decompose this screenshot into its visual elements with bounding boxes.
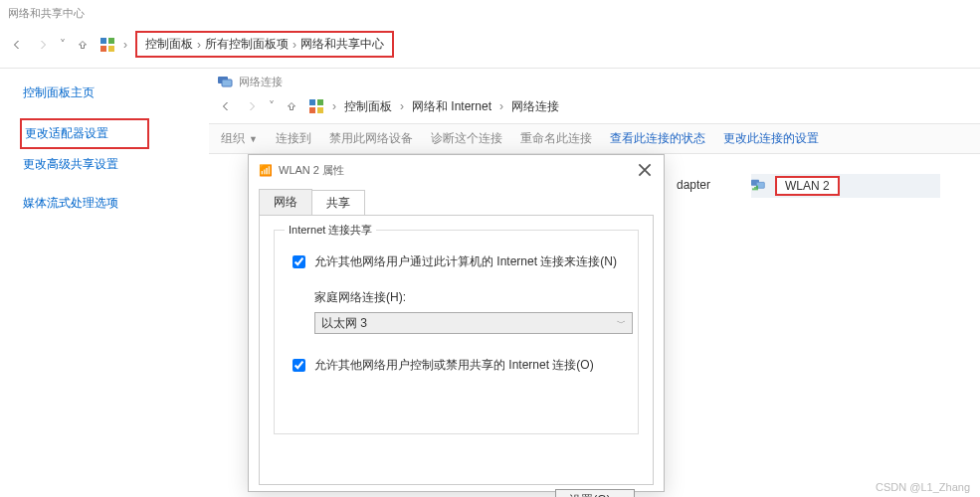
svg-rect-1 — [108, 38, 114, 44]
recent-chevron-icon[interactable]: ˅ — [60, 38, 66, 52]
svg-rect-6 — [309, 99, 315, 105]
ics-group: Internet 连接共享 允许其他网络用户通过此计算机的 Internet 连… — [274, 230, 639, 434]
toolbar-connect[interactable]: 连接到 — [276, 130, 311, 147]
control-panel-icon — [308, 98, 324, 114]
allow-control-label: 允许其他网络用户控制或禁用共享的 Internet 连接(O) — [314, 357, 594, 374]
back-button[interactable] — [8, 36, 26, 54]
connection-item-wlan2[interactable]: WLAN 2 — [751, 174, 940, 198]
chevron-right-icon: › — [293, 38, 296, 52]
inner-breadcrumb-segment[interactable]: 控制面板 — [344, 98, 392, 115]
sidebar-item-home[interactable]: 控制面板主页 — [20, 80, 149, 106]
allow-connect-row: 允许其他网络用户通过此计算机的 Internet 连接来连接(N) — [289, 252, 624, 271]
inner-window-title: 网络连接 — [239, 75, 283, 89]
up-button[interactable] — [74, 36, 92, 54]
home-connection-select[interactable]: 以太网 3 ﹀ — [314, 312, 633, 334]
inner-breadcrumb-segment[interactable]: 网络和 Internet — [412, 98, 491, 115]
toolbar-disable[interactable]: 禁用此网络设备 — [329, 130, 413, 147]
main-nav-row: ˅ › 控制面板 › 所有控制面板项 › 网络和共享中心 — [0, 27, 980, 69]
allow-control-row: 允许其他网络用户控制或禁用共享的 Internet 连接(O) — [289, 356, 624, 375]
close-button[interactable] — [636, 161, 654, 179]
watermark: CSDN @L1_Zhang — [876, 481, 970, 493]
inner-recent-chevron-icon[interactable]: ˅ — [269, 99, 275, 113]
tab-network[interactable]: 网络 — [259, 189, 312, 215]
svg-rect-12 — [752, 188, 753, 190]
chevron-down-icon: ﹀ — [617, 317, 626, 330]
sidebar-item-advanced-sharing[interactable]: 更改高级共享设置 — [20, 151, 149, 178]
toolbar-organize[interactable]: 组织▼ — [221, 130, 258, 147]
svg-rect-5 — [222, 80, 232, 86]
sidebar: 控制面板主页 更改适配器设置 更改高级共享设置 媒体流式处理选项 — [20, 80, 149, 229]
home-connection-label: 家庭网络连接(H): — [314, 289, 624, 306]
dialog-tabs: 网络 共享 — [249, 185, 664, 215]
svg-rect-3 — [108, 46, 114, 52]
chevron-right-icon: › — [197, 38, 201, 52]
group-legend: Internet 连接共享 — [285, 223, 376, 238]
allow-connect-label: 允许其他网络用户通过此计算机的 Internet 连接来连接(N) — [314, 253, 617, 270]
chevron-right-icon: › — [123, 38, 127, 52]
svg-rect-2 — [100, 46, 106, 52]
control-panel-icon — [99, 37, 115, 53]
network-adapter-icon — [751, 177, 767, 196]
inner-window-titlebar: 网络连接 — [209, 70, 980, 93]
svg-rect-0 — [100, 38, 106, 44]
chevron-right-icon: › — [499, 99, 503, 113]
dialog-title-text: WLAN 2 属性 — [279, 163, 344, 178]
toolbar-rename[interactable]: 重命名此连接 — [520, 130, 592, 147]
home-connection-value: 以太网 3 — [321, 315, 367, 332]
breadcrumb-segment[interactable]: 网络和共享中心 — [300, 36, 384, 53]
settings-button[interactable]: 设置(G)... — [555, 489, 635, 497]
toolbar-change-settings[interactable]: 更改此连接的设置 — [723, 130, 819, 147]
address-bar[interactable]: 控制面板 › 所有控制面板项 › 网络和共享中心 — [135, 31, 394, 58]
breadcrumb-segment[interactable]: 控制面板 — [145, 36, 193, 53]
sidebar-item-adapter-settings[interactable]: 更改适配器设置 — [20, 118, 149, 149]
window-title-text: 网络和共享中心 — [8, 7, 85, 19]
inner-nav-row: ˅ › 控制面板 › 网络和 Internet › 网络连接 — [209, 93, 980, 124]
toolbar-diagnose[interactable]: 诊断这个连接 — [431, 130, 502, 147]
toolbar: 组织▼ 连接到 禁用此网络设备 诊断这个连接 重命名此连接 查看此连接的状态 更… — [209, 124, 980, 154]
wlan-properties-dialog: 📶 WLAN 2 属性 网络 共享 Internet 连接共享 允许其他网络用户… — [248, 154, 665, 492]
inner-up-button[interactable] — [283, 97, 300, 115]
svg-rect-9 — [317, 107, 323, 113]
breadcrumb-segment[interactable]: 所有控制面板项 — [205, 36, 289, 53]
svg-rect-13 — [754, 187, 755, 190]
forward-button[interactable] — [34, 36, 52, 54]
inner-back-button[interactable] — [217, 97, 235, 115]
inner-forward-button[interactable] — [243, 97, 261, 115]
allow-connect-checkbox[interactable] — [293, 255, 305, 268]
wifi-icon: 📶 — [259, 164, 273, 177]
dialog-titlebar[interactable]: 📶 WLAN 2 属性 — [249, 155, 664, 185]
chevron-right-icon: › — [400, 99, 404, 113]
network-connections-icon — [217, 74, 233, 89]
window-title: 网络和共享中心 — [0, 0, 980, 27]
allow-control-checkbox[interactable] — [293, 359, 305, 372]
toolbar-view-status[interactable]: 查看此连接的状态 — [610, 130, 705, 147]
chevron-right-icon: › — [332, 99, 336, 113]
tab-body-sharing: Internet 连接共享 允许其他网络用户通过此计算机的 Internet 连… — [259, 215, 654, 485]
svg-rect-7 — [317, 99, 323, 105]
adapter-text-fragment: dapter — [677, 178, 710, 192]
connection-item-label: WLAN 2 — [775, 176, 840, 196]
tab-sharing[interactable]: 共享 — [311, 190, 365, 216]
svg-rect-14 — [756, 185, 757, 190]
sidebar-item-media-streaming[interactable]: 媒体流式处理选项 — [20, 190, 149, 217]
inner-breadcrumb-segment[interactable]: 网络连接 — [511, 98, 559, 115]
svg-rect-8 — [309, 107, 315, 113]
chevron-down-icon: ▼ — [249, 134, 258, 144]
